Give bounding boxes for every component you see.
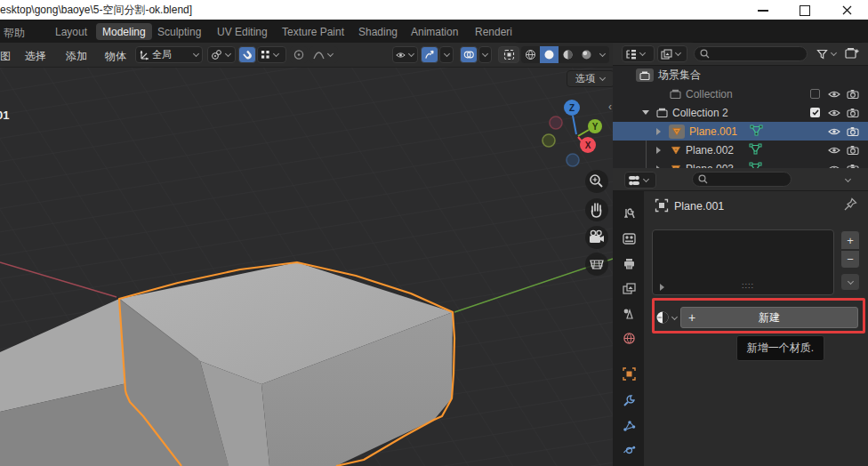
minimize-button[interactable] (751, 4, 775, 17)
editor-type-dropdown[interactable] (624, 172, 656, 189)
falloff-dropdown[interactable] (309, 46, 338, 63)
chevron-down-icon (639, 51, 646, 58)
camera-icon[interactable] (847, 161, 859, 169)
menu-object[interactable]: 物体 (105, 49, 126, 64)
tab-object[interactable] (621, 366, 637, 382)
tab-scene[interactable] (621, 305, 637, 321)
xray-toggle[interactable] (498, 46, 519, 63)
transform-orientation-dropdown[interactable]: 全局 (135, 46, 203, 63)
outliner-row-collection2[interactable]: Collection 2 (613, 103, 868, 122)
eye-icon[interactable] (828, 124, 840, 140)
object-visibility-dropdown[interactable] (392, 46, 418, 63)
eye-icon[interactable] (828, 142, 840, 158)
chevron-down-icon (482, 52, 489, 59)
overlays-dropdown[interactable] (478, 46, 492, 63)
editor-type-dropdown[interactable] (622, 45, 655, 62)
shading-solid-button[interactable] (540, 46, 559, 63)
expand-arrow-icon[interactable] (656, 128, 661, 135)
resize-grip[interactable]: :::: (742, 284, 754, 287)
outliner-header (613, 43, 868, 66)
show-overlays-toggle[interactable] (460, 46, 478, 63)
pivot-point-dropdown[interactable] (207, 46, 236, 63)
workspace-tab-sculpting[interactable]: Sculpting (151, 23, 207, 40)
chevron-down-icon (599, 76, 606, 83)
outliner-row-plane-001[interactable]: Plane.001 (613, 122, 868, 141)
camera-icon[interactable] (847, 124, 859, 140)
gizmo-neg-x-axis[interactable] (550, 116, 562, 129)
gizmo-neg-z-axis[interactable] (567, 154, 579, 166)
tab-physics[interactable] (621, 442, 637, 458)
eye-icon[interactable] (828, 86, 840, 102)
eye-icon[interactable] (828, 161, 840, 169)
camera-icon[interactable] (847, 142, 859, 158)
perspective-button[interactable] (585, 253, 608, 276)
properties-options-dropdown[interactable] (838, 172, 857, 189)
properties-search-input[interactable] (692, 172, 792, 187)
tool-options-dropdown[interactable]: 选项 (567, 70, 615, 87)
material-slot-list[interactable]: :::: (652, 229, 834, 295)
tab-particles[interactable] (621, 417, 637, 433)
menu-select[interactable]: 选择 (25, 49, 46, 64)
outliner-row-plane-002[interactable]: Plane.002 (613, 141, 868, 159)
workspace-tab-modeling[interactable]: Modeling (96, 23, 152, 40)
tab-modifiers[interactable] (621, 392, 637, 408)
row-label: Plane.002 (686, 144, 734, 157)
new-collection-button[interactable] (845, 46, 860, 64)
tab-output[interactable] (621, 255, 637, 271)
shading-material-button[interactable] (559, 46, 577, 63)
tab-render[interactable] (621, 230, 637, 246)
exclude-checkbox[interactable] (810, 89, 820, 99)
display-mode-dropdown[interactable] (657, 45, 687, 62)
chevron-down-icon (326, 52, 334, 59)
tab-tool[interactable] (621, 205, 637, 221)
collapse-arrow-icon[interactable] (642, 110, 649, 115)
chevron-down-icon (443, 52, 450, 59)
remove-slot-button[interactable]: − (840, 250, 860, 269)
filter-dropdown[interactable] (813, 45, 843, 62)
menu-add[interactable]: 添加 (66, 49, 87, 64)
chevron-down-icon (674, 51, 681, 58)
snap-toggle-button[interactable] (238, 46, 256, 63)
gizmo-dropdown[interactable] (439, 46, 454, 63)
workspace-tab-texture-paint[interactable]: Texture Paint (276, 23, 350, 40)
add-slot-button[interactable]: + (840, 230, 860, 250)
menu-help[interactable]: 帮助 (4, 26, 25, 41)
slot-specials-dropdown[interactable] (840, 273, 860, 291)
proportional-editing-button[interactable] (290, 46, 308, 63)
pin-id-button[interactable] (843, 197, 857, 215)
pan-button[interactable] (585, 198, 608, 221)
camera-icon[interactable] (847, 105, 859, 121)
shading-wireframe-button[interactable] (521, 46, 540, 63)
outliner-row-plane-003[interactable]: Plane.003 (613, 159, 868, 168)
workspace-tab-layout[interactable]: Layout (49, 23, 93, 40)
maximize-button[interactable] (793, 4, 816, 17)
outliner-row-collection[interactable]: Collection (613, 84, 868, 103)
workspace-tab-rendering[interactable]: Renderi (469, 23, 517, 40)
proportional-circle-icon (293, 49, 304, 60)
menu-view-truncated[interactable]: 图 (0, 49, 11, 64)
camera-icon[interactable] (847, 86, 859, 102)
breadcrumb: Plane.001 (674, 200, 724, 213)
expand-arrow-icon[interactable] (656, 147, 661, 154)
slot-list-expand-icon[interactable] (660, 284, 664, 291)
show-gizmo-toggle[interactable] (421, 46, 438, 63)
exclude-checkbox[interactable] (810, 108, 820, 117)
workspace-tab-animation[interactable]: Animation (405, 23, 464, 40)
chevron-down-icon (642, 177, 649, 184)
viewport-corner-label: 01 (0, 108, 9, 122)
shading-rendered-button[interactable] (577, 46, 596, 63)
zoom-button[interactable] (585, 170, 608, 193)
workspace-tab-shading[interactable]: Shading (352, 23, 404, 40)
snap-with-dropdown[interactable] (257, 46, 286, 63)
tab-world[interactable] (621, 330, 637, 346)
gizmo-neg-y-axis[interactable] (542, 134, 555, 147)
workspace-tab-uv-editing[interactable]: UV Editing (211, 23, 274, 40)
eye-icon[interactable] (828, 105, 840, 121)
close-button[interactable] (835, 4, 858, 17)
camera-view-button[interactable] (585, 226, 608, 249)
outliner-search-input[interactable] (694, 46, 808, 61)
3d-viewport[interactable]: 01 Z Y X (0, 68, 613, 466)
outliner-row-scene-collection[interactable]: 场景集合 (613, 66, 868, 84)
shading-dropdown[interactable] (596, 46, 609, 63)
tab-view-layer[interactable] (621, 280, 637, 296)
